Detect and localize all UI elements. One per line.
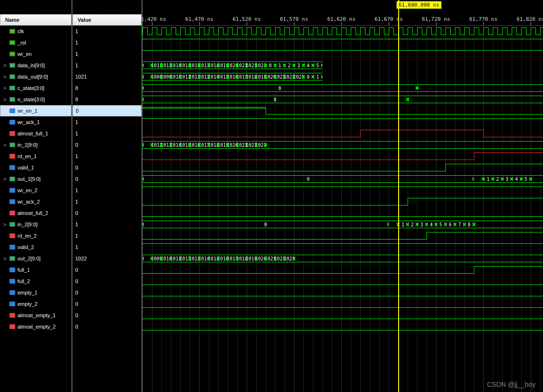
wave-row[interactable] <box>142 48 543 60</box>
expand-toggle[interactable]: > <box>3 97 8 102</box>
wave-row[interactable]: 1008100910101011101210131014101510161017… <box>142 71 543 82</box>
wave-row[interactable] <box>142 207 543 219</box>
signal-value[interactable]: 0 <box>72 139 142 151</box>
signal-value[interactable]: 0 <box>72 173 142 185</box>
wave-row[interactable]: 1012101310141015101610171018101910201021… <box>142 60 543 71</box>
signal-value[interactable]: 1 <box>72 185 142 196</box>
wave-row[interactable] <box>142 321 543 332</box>
signal-name-row[interactable]: >out_2[9:0] <box>0 253 71 264</box>
signal-name-row[interactable]: wr_en_2 <box>0 185 71 196</box>
signal-name-row[interactable]: almost_full_1 <box>0 128 71 139</box>
signal-name: data_out[9:0] <box>18 74 48 80</box>
signal-value[interactable]: 0 <box>72 207 142 219</box>
signal-name-row[interactable]: clk <box>0 26 71 37</box>
wave-row[interactable] <box>142 276 543 287</box>
signal-value[interactable]: 0 <box>72 162 142 173</box>
expand-toggle[interactable]: > <box>3 74 8 80</box>
signal-value[interactable]: 0 <box>72 105 142 116</box>
wave-row[interactable] <box>142 128 543 139</box>
signal-name-row[interactable]: wr_en <box>0 48 71 60</box>
signal-name-row[interactable]: full_2 <box>0 276 71 287</box>
signal-value[interactable]: 8 <box>72 82 142 94</box>
wave-row[interactable] <box>142 185 543 196</box>
value-header[interactable]: Value <box>72 14 142 26</box>
wave-row[interactable] <box>142 287 543 298</box>
wave-row[interactable] <box>142 151 543 162</box>
signal-name-row[interactable]: almost_empty_1 <box>0 310 71 321</box>
signal-value[interactable]: 1 <box>72 241 142 253</box>
wave-row[interactable] <box>142 162 543 173</box>
signal-name-row[interactable]: >data_out[9:0] <box>0 71 71 82</box>
wave-row[interactable] <box>142 241 543 253</box>
wave-row[interactable] <box>142 230 543 241</box>
waveform-panel[interactable]: 61,420 ns61,470 ns61,520 ns61,570 ns61,6… <box>142 0 543 392</box>
signal-value[interactable]: 0 <box>72 310 142 321</box>
signal-name-row[interactable]: >n_state[3:0] <box>0 94 71 105</box>
wave-row[interactable] <box>142 298 543 310</box>
signal-name-row[interactable]: >in_2[9:0] <box>0 219 71 230</box>
wave-row[interactable]: 1009101010111012101310141015101610171018… <box>142 253 543 264</box>
signal-name-row[interactable]: rd_en_1 <box>0 151 71 162</box>
signal-name-row[interactable]: >out_1[9:0] <box>0 173 71 185</box>
signal-value[interactable]: 1022 <box>72 253 142 264</box>
signal-name-row[interactable]: wr_ack_2 <box>0 196 71 207</box>
signal-name-row[interactable]: empty_1 <box>0 287 71 298</box>
expand-toggle[interactable]: > <box>3 176 8 182</box>
signal-name-row[interactable]: _rst <box>0 37 71 48</box>
bus-value: 1014 <box>171 62 180 69</box>
expand-toggle[interactable]: > <box>3 85 8 91</box>
wave-row[interactable] <box>142 196 543 207</box>
signal-value[interactable]: 0 <box>72 264 142 276</box>
signal-name-row[interactable]: >in_1[9:0] <box>0 139 71 151</box>
signal-value[interactable]: 0 <box>72 298 142 310</box>
wave-row[interactable]: 1012101310141015101610171018101910201021… <box>142 139 543 151</box>
signal-value[interactable]: 0 <box>72 276 142 287</box>
signal-value[interactable]: 1 <box>72 60 142 71</box>
bus-value: 1018 <box>209 62 218 69</box>
wave-row[interactable]: 012345 <box>142 173 543 185</box>
red-icon <box>9 323 16 330</box>
cursor-label[interactable]: 61,680.000 ns <box>396 1 442 9</box>
wave-row[interactable] <box>142 26 543 37</box>
signal-name-row[interactable]: almost_empty_2 <box>0 321 71 332</box>
signal-value[interactable]: 0 <box>72 321 142 332</box>
signal-value[interactable]: 1 <box>72 219 142 230</box>
wave-row[interactable] <box>142 310 543 321</box>
time-ruler[interactable]: 61,420 ns61,470 ns61,520 ns61,570 ns61,6… <box>142 14 543 26</box>
signal-value[interactable]: 1 <box>72 116 142 128</box>
signal-value[interactable]: 1 <box>72 230 142 241</box>
signal-name-row[interactable]: valid_1 <box>0 162 71 173</box>
wave-row[interactable]: 8 <box>142 82 543 94</box>
signal-value[interactable]: 1 <box>72 37 142 48</box>
name-header[interactable]: Name <box>0 14 71 26</box>
signal-value[interactable]: 8 <box>72 94 142 105</box>
signal-name-row[interactable]: >c_state[3:0] <box>0 82 71 94</box>
signal-name-row[interactable]: wr_ack_1 <box>0 116 71 128</box>
signal-value[interactable]: 1 <box>72 151 142 162</box>
signal-value[interactable]: 1 <box>72 196 142 207</box>
wave-row[interactable] <box>142 37 543 48</box>
expand-toggle[interactable]: > <box>3 222 8 227</box>
signal-value[interactable]: 1 <box>72 26 142 37</box>
signal-value[interactable]: 1021 <box>72 71 142 82</box>
cursor-line[interactable] <box>398 0 399 392</box>
signal-name-row[interactable]: valid_2 <box>0 241 71 253</box>
wave-row[interactable]: 012345678 <box>142 219 543 230</box>
signal-name-row[interactable]: almost_full_2 <box>0 207 71 219</box>
signal-name-row[interactable]: full_1 <box>0 264 71 276</box>
wave-row[interactable] <box>142 116 543 128</box>
wave-row[interactable] <box>142 105 543 116</box>
wave-row[interactable] <box>142 264 543 276</box>
signal-name-row[interactable]: empty_2 <box>0 298 71 310</box>
expand-toggle[interactable]: > <box>3 62 8 68</box>
expand-toggle[interactable]: > <box>3 256 8 261</box>
signal-name-row[interactable]: rd_en_2 <box>0 230 71 241</box>
signal-value[interactable]: 0 <box>72 287 142 298</box>
wave-row[interactable]: 8 <box>142 94 543 105</box>
expand-toggle[interactable]: > <box>3 142 8 148</box>
signal-value[interactable]: 1 <box>72 48 142 60</box>
signal-value[interactable]: 1 <box>72 128 142 139</box>
signal-name-row[interactable]: wr_en_1 <box>0 105 71 116</box>
signal-name-row[interactable]: >data_in[9:0] <box>0 60 71 71</box>
tick-label: 61,520 ns <box>232 16 261 22</box>
